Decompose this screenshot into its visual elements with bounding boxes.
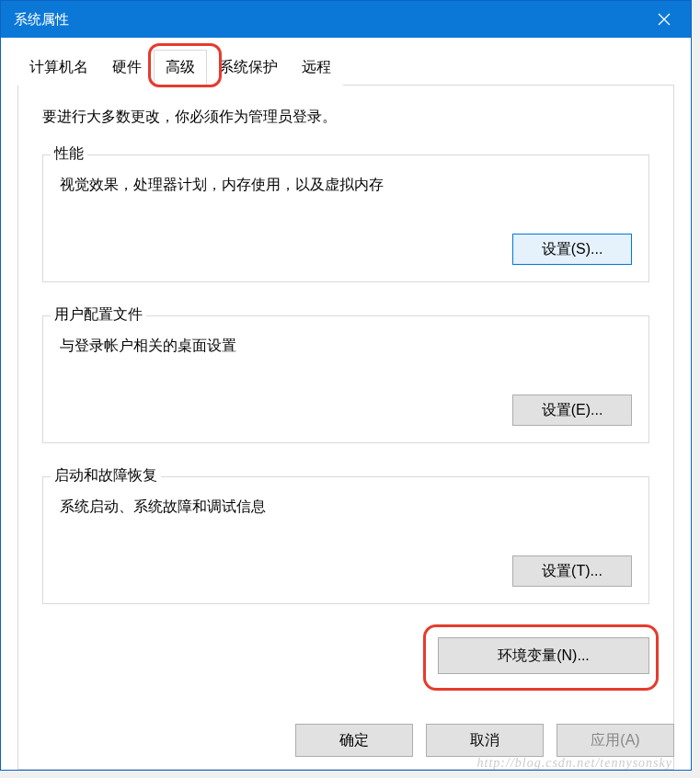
dialog-footer-buttons: 确定 取消 应用(A)	[295, 724, 674, 757]
performance-settings-button[interactable]: 设置(S)...	[512, 234, 632, 265]
environment-variables-button[interactable]: 环境变量(N)...	[438, 637, 649, 674]
tab-hardware[interactable]: 硬件	[100, 50, 154, 86]
group-performance-title: 性能	[51, 144, 87, 164]
tab-remote[interactable]: 远程	[290, 50, 343, 86]
startup-settings-button[interactable]: 设置(T)...	[512, 555, 632, 587]
env-var-row: 环境变量(N)...	[42, 637, 649, 674]
group-startup-title: 启动和故障恢复	[51, 466, 161, 486]
titlebar-text: 系统属性	[14, 11, 641, 29]
dialog-content: 计算机名 硬件 高级 系统保护 远程 要进行大多数更改，你必须作为管理员登录。 …	[1, 38, 691, 770]
group-user-profile-title: 用户配置文件	[51, 305, 146, 325]
group-performance-btn-row: 设置(S)...	[60, 234, 632, 265]
ok-button[interactable]: 确定	[295, 724, 413, 757]
group-performance: 性能 视觉效果，处理器计划，内存使用，以及虚拟内存 设置(S)...	[42, 154, 649, 282]
close-button[interactable]	[641, 1, 687, 38]
tab-computer-name[interactable]: 计算机名	[17, 50, 100, 86]
tab-advanced[interactable]: 高级	[154, 50, 207, 86]
admin-notice-text: 要进行大多数更改，你必须作为管理员登录。	[42, 108, 649, 127]
user-profile-settings-button[interactable]: 设置(E)...	[512, 395, 632, 426]
system-properties-window: 系统属性 计算机名 硬件 高级 系统保护 远程 要进行大多数更改，你必须作为管理…	[0, 0, 692, 771]
group-startup-recovery: 启动和故障恢复 系统启动、系统故障和调试信息 设置(T)...	[42, 476, 649, 604]
group-user-profile-desc: 与登录帐户相关的桌面设置	[60, 337, 632, 356]
watermark-text: http://blog.csdn.net/tennysonsky	[477, 756, 672, 771]
group-performance-desc: 视觉效果，处理器计划，内存使用，以及虚拟内存	[60, 176, 632, 195]
group-startup-desc: 系统启动、系统故障和调试信息	[60, 498, 632, 517]
tab-system-protection[interactable]: 系统保护	[207, 50, 290, 86]
tab-content-advanced: 要进行大多数更改，你必须作为管理员登录。 性能 视觉效果，处理器计划，内存使用，…	[17, 86, 674, 770]
cancel-button[interactable]: 取消	[426, 724, 544, 757]
apply-button[interactable]: 应用(A)	[557, 724, 674, 757]
group-startup-btn-row: 设置(T)...	[60, 555, 632, 587]
tabs: 计算机名 硬件 高级 系统保护 远程	[17, 49, 674, 86]
group-user-profile: 用户配置文件 与登录帐户相关的桌面设置 设置(E)...	[42, 315, 649, 443]
close-icon	[658, 13, 671, 26]
titlebar: 系统属性	[1, 1, 691, 38]
group-user-profile-btn-row: 设置(E)...	[60, 395, 632, 426]
